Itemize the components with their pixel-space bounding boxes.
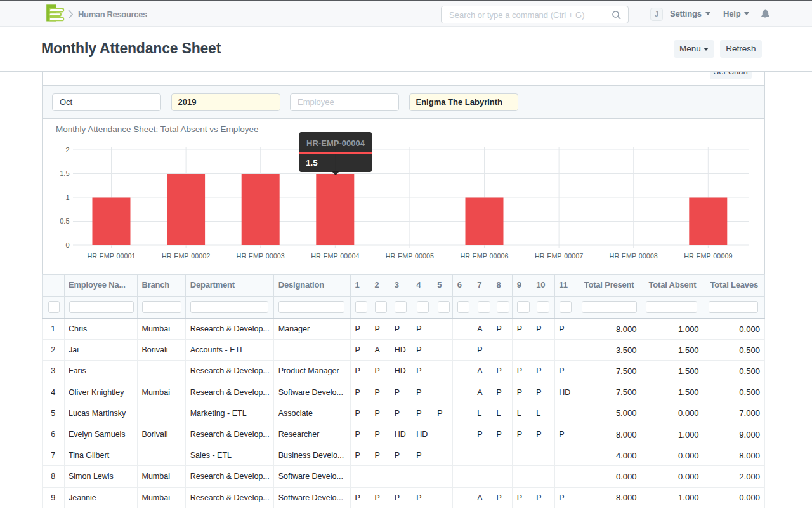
- svg-text:0: 0: [65, 241, 69, 249]
- svg-text:0.5: 0.5: [60, 217, 69, 225]
- svg-text:HR-EMP-00009: HR-EMP-00009: [684, 252, 732, 260]
- svg-text:2: 2: [65, 146, 69, 154]
- svg-text:1.5: 1.5: [60, 170, 69, 177]
- svg-text:HR-EMP-00006: HR-EMP-00006: [460, 252, 508, 260]
- svg-text:HR-EMP-00003: HR-EMP-00003: [237, 252, 285, 260]
- svg-text:HR-EMP-00007: HR-EMP-00007: [535, 252, 583, 260]
- svg-text:HR-EMP-00004: HR-EMP-00004: [311, 252, 359, 260]
- svg-text:HR-EMP-00005: HR-EMP-00005: [386, 252, 434, 260]
- svg-text:HR-EMP-00002: HR-EMP-00002: [162, 252, 210, 260]
- svg-text:HR-EMP-00001: HR-EMP-00001: [87, 252, 135, 260]
- svg-text:HR-EMP-00008: HR-EMP-00008: [610, 252, 658, 260]
- svg-text:1: 1: [65, 194, 69, 201]
